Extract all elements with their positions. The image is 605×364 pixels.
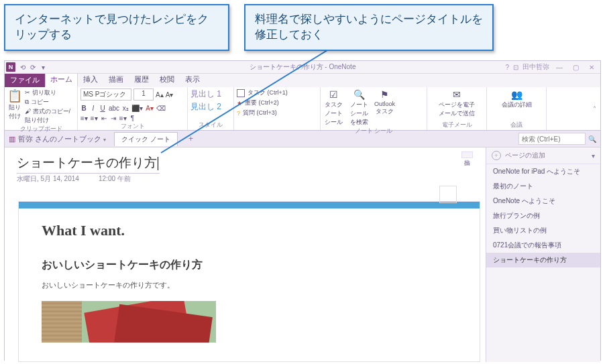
qat-menu-icon[interactable]: ▾ [39, 63, 47, 71]
page-list-item[interactable]: 買い物リストの例 [486, 223, 600, 238]
cut-button[interactable]: ✂ 切り取り [25, 88, 74, 97]
close-button[interactable]: ✕ [586, 64, 598, 71]
bullets-button[interactable]: ≡▾ [80, 115, 88, 122]
pages-pane: + ページの追加 ▾ OneNote for iPad へようこそ最初のノートO… [486, 147, 600, 362]
group-email-label: 電子メール [430, 121, 484, 130]
page-time: 12:00 午前 [99, 174, 131, 184]
copy-button[interactable]: ⧉ コピー [25, 98, 74, 107]
clip-article-title: おいしいショートケーキの作り方 [42, 258, 457, 272]
tab-history[interactable]: 履歴 [129, 72, 154, 87]
ribbon-collapse-icon[interactable]: ˄ [593, 105, 596, 113]
page-list-item[interactable]: OneNote for iPad へようこそ [486, 164, 600, 179]
main-area: ショートケーキの作り方 水曜日, 5月 14, 2014 12:00 午前 Wh… [5, 147, 600, 362]
page-list-item[interactable]: 旅行プランの例 [486, 208, 600, 223]
italic-button[interactable]: I [90, 105, 97, 112]
align-button[interactable]: ≡▾ [119, 115, 127, 122]
page-title-input[interactable]: ショートケーキの作り方 [17, 154, 160, 174]
page-list-item[interactable]: 0721会議での報告事項 [486, 238, 600, 253]
clip-article-intro: おいしいショートケーキの作り方です。 [42, 280, 457, 290]
numbering-button[interactable]: ≡▾ [91, 115, 98, 122]
maximize-button[interactable]: ▢ [569, 64, 582, 71]
clip-thumb-placeholder [439, 186, 457, 203]
callout-1: インターネットで見つけたレシピをクリップする [4, 4, 229, 51]
highlight-button[interactable]: ⬛▾ [131, 105, 143, 112]
search-icon[interactable]: 🔍 [588, 135, 596, 143]
group-meeting-label: 会議 [490, 121, 543, 130]
help-icon[interactable]: ? [505, 64, 509, 71]
format-painter-button[interactable]: 🖌 書式のコピー/貼り付け [25, 107, 74, 125]
add-page-button[interactable]: + ページの追加 ▾ [486, 147, 600, 164]
page-canvas[interactable]: ショートケーキの作り方 水曜日, 5月 14, 2014 12:00 午前 Wh… [5, 147, 486, 362]
ribbon-toggle-icon[interactable]: ⊡ [513, 64, 518, 71]
back-icon[interactable]: ⟲ [19, 63, 27, 71]
notebook-dropdown[interactable]: 哲弥 さんのノートブック ▾ [18, 134, 106, 144]
collapse-handle[interactable]: 抽出 [461, 151, 473, 158]
pages-pane-menu-icon[interactable]: ▾ [592, 152, 595, 160]
underline-button[interactable]: U [99, 105, 106, 112]
outdent-button[interactable]: ⇤ [101, 115, 107, 122]
page-list-item[interactable]: ショートケーキの作り方 [486, 253, 600, 267]
outlook-tasks-button[interactable]: ⚑Outlook タスク [374, 88, 394, 116]
notebook-icon[interactable]: ▥ [9, 135, 15, 143]
tab-draw[interactable]: 描画 [103, 72, 129, 87]
email-page-button[interactable]: ✉ページを電子メールで送信 [437, 88, 477, 118]
strike-button[interactable]: abc [109, 105, 119, 112]
callout-2: 料理名で探しやすいようにページタイトルを修正しておく [244, 4, 494, 51]
account-name[interactable]: 田中哲弥 [522, 62, 549, 72]
onenote-icon: N [6, 62, 15, 72]
minimize-button[interactable]: — [553, 64, 565, 71]
clipped-content: What I want. おいしいショートケーキの作り方 おいしいショートケーキ… [18, 201, 480, 362]
font-family-select[interactable]: MS Pゴシック [80, 88, 131, 101]
tab-insert[interactable]: 挿入 [78, 72, 103, 87]
search-input[interactable] [518, 133, 586, 145]
page-list-item[interactable]: 最初のノート [486, 179, 600, 194]
plus-icon: + [492, 151, 501, 160]
font-color-button[interactable]: A▾ [146, 105, 154, 112]
tab-home[interactable]: ホーム [45, 72, 78, 87]
indent-button[interactable]: ⇥ [110, 115, 117, 122]
meeting-details-button[interactable]: 👥会議の詳細 [500, 88, 533, 109]
group-clipboard-label: クリップボード [7, 125, 74, 134]
annotation-line [160, 50, 354, 158]
page-date: 水曜日, 5月 14, 2014 [17, 174, 79, 184]
sub-button[interactable]: x₂ [122, 105, 129, 112]
svg-line-0 [161, 50, 327, 153]
file-tab[interactable]: ファイル [5, 73, 45, 87]
clip-photo [42, 301, 216, 343]
paste-button[interactable]: 📋 貼り付け [7, 88, 22, 121]
clip-header-bar [19, 202, 480, 208]
page-list-item[interactable]: OneNote へようこそ [486, 194, 600, 208]
clip-site-title: What I want. [42, 222, 457, 239]
bold-button[interactable]: B [80, 105, 87, 112]
font-size-select[interactable]: 1 [133, 88, 154, 101]
para-mark-button[interactable]: ¶ [129, 115, 136, 122]
forward-icon[interactable]: ⟳ [29, 63, 37, 71]
